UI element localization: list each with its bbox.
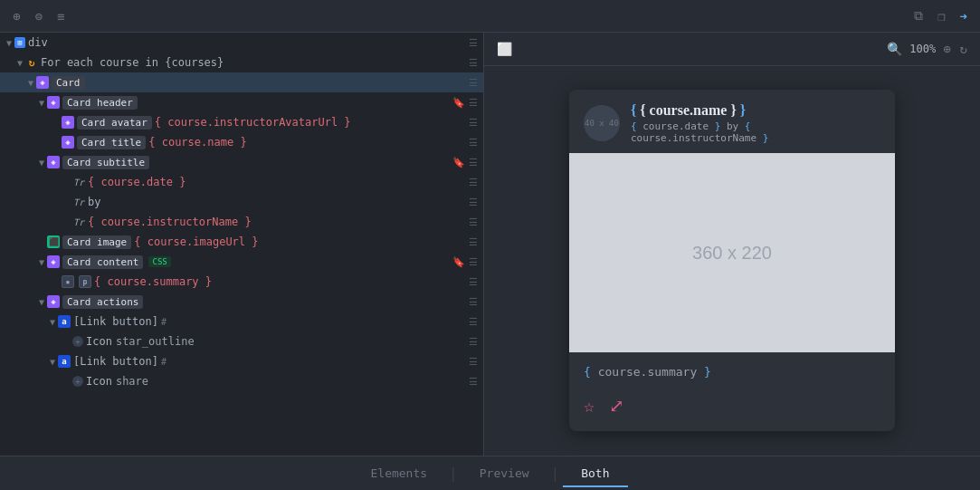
row-actions: ☰: [469, 177, 478, 188]
expand-arrow[interactable]: [25, 78, 36, 88]
copy-icon[interactable]: ❐: [934, 7, 948, 25]
a-icon: a: [58, 315, 71, 328]
text-node-icon: Tr: [72, 176, 85, 188]
expand-arrow[interactable]: [47, 317, 58, 327]
row-menu-icon[interactable]: ☰: [469, 276, 478, 288]
comp-icon: ◈: [36, 76, 49, 89]
expand-arrow[interactable]: [36, 98, 47, 108]
row-menu-icon[interactable]: ☰: [469, 236, 478, 248]
tree-row-instructor-text[interactable]: Tr { course.instructorName } ☰: [0, 212, 483, 232]
sliders-icon[interactable]: ⊜: [31, 7, 45, 25]
row-menu-icon[interactable]: ☰: [469, 57, 478, 69]
tree-row-card-actions[interactable]: ◈ Card actions ☰: [0, 292, 483, 312]
tab-preview[interactable]: Preview: [461, 459, 547, 487]
expand-arrow[interactable]: [36, 257, 47, 267]
tree-row-date-text[interactable]: Tr { course.date } ☰: [0, 172, 483, 192]
row-menu-icon[interactable]: ☰: [469, 197, 478, 208]
tree-row-by-text[interactable]: Tr by ☰: [0, 192, 483, 212]
row-menu-icon[interactable]: ☰: [469, 296, 478, 308]
share-action-icon[interactable]: ⤢: [609, 395, 624, 417]
expand-arrow[interactable]: [36, 297, 47, 307]
tree-row-link-btn-1[interactable]: a [Link button] # ☰: [0, 312, 483, 331]
bookmark-icon[interactable]: 🔖: [452, 157, 465, 168]
tree-row-link-btn-2[interactable]: a [Link button] # ☰: [0, 351, 483, 371]
tab-elements[interactable]: Elements: [352, 459, 445, 487]
row-menu-icon[interactable]: ☰: [469, 77, 478, 89]
bookmark-icon[interactable]: 🔖: [452, 256, 465, 268]
expand-arrow[interactable]: [36, 158, 47, 168]
align-icon[interactable]: ≡: [53, 7, 68, 25]
tree-row-card-header[interactable]: ◈ Card header 🔖 ☰: [0, 92, 483, 112]
comp-icon: ◈: [62, 136, 74, 149]
star-action-icon[interactable]: ☆: [584, 395, 595, 417]
tab-both[interactable]: Both: [563, 459, 627, 487]
row-menu-icon[interactable]: ☰: [469, 216, 478, 228]
tree-row-share-icon[interactable]: + Icon share ☰: [0, 371, 483, 391]
row-menu-icon[interactable]: ☰: [469, 376, 478, 388]
arrow-right-icon[interactable]: ➜: [956, 7, 971, 25]
top-toolbar: ⊕ ⊜ ≡ ⧉ ❐ ➜: [0, 0, 980, 33]
avatar-preview: 40 x 40: [584, 105, 620, 141]
bookmark-icon[interactable]: 🔖: [452, 97, 465, 109]
avatar-size-label: 40 x 40: [585, 119, 619, 128]
row-actions: ☰: [469, 77, 478, 89]
tree-row-card-content[interactable]: ◈ Card content CSS 🔖 ☰: [0, 252, 483, 272]
comp-icon: ◈: [47, 96, 60, 109]
row-actions: ☰: [469, 57, 478, 69]
tree-row-div[interactable]: div ☰: [0, 33, 483, 53]
row-actions: ☰: [469, 336, 478, 348]
row-menu-icon[interactable]: ☰: [469, 336, 478, 348]
row-menu-icon[interactable]: ☰: [469, 157, 478, 168]
duplicate-icon[interactable]: ⧉: [910, 6, 927, 25]
comp-icon: ◈: [47, 295, 60, 308]
row-menu-icon[interactable]: ☰: [469, 37, 478, 49]
tree-row-summary[interactable]: ▪ p { course.summary } ☰: [0, 272, 483, 292]
block-icon: ▪: [62, 275, 74, 288]
tree-row-card[interactable]: ◈ Card ☰: [0, 72, 483, 92]
card-subtitle-preview: { course.date } by { course.instructorNa…: [631, 120, 880, 144]
row-actions: ☰: [469, 37, 478, 49]
tree-row-card-avatar[interactable]: ◈ Card avatar { course.instructorAvatarU…: [0, 112, 483, 132]
a-icon: a: [58, 355, 71, 368]
card-name-preview: { { course.name } }: [631, 102, 880, 119]
preview-tools-right: 🔍 100% ⊕ ↻: [885, 40, 969, 58]
card-tag: Card: [52, 76, 85, 90]
icon-label-share: Icon: [86, 375, 112, 388]
row-menu-icon[interactable]: ☰: [469, 177, 478, 188]
tree-row-card-image[interactable]: ⬛ Card image { course.imageUrl } ☰: [0, 232, 483, 252]
expand-arrow[interactable]: [47, 357, 58, 367]
row-menu-icon[interactable]: ☰: [469, 137, 478, 149]
tree-row-star-icon[interactable]: + Icon star_outline ☰: [0, 331, 483, 351]
zoom-in-icon[interactable]: ⊕: [941, 40, 952, 58]
row-menu-icon[interactable]: ☰: [469, 316, 478, 328]
by-label: by: [88, 196, 100, 208]
row-menu-icon[interactable]: ☰: [469, 117, 478, 129]
adjust-icon[interactable]: ⊕: [9, 7, 24, 25]
card-subtitle-tag: Card subtitle: [62, 156, 149, 169]
tree-row-card-subtitle[interactable]: ◈ Card subtitle 🔖 ☰: [0, 152, 483, 172]
icon-label-star: Icon: [86, 335, 112, 348]
hash-label-2: #: [161, 357, 167, 367]
card-actions-preview: ☆ ⤢: [569, 388, 895, 431]
card-actions-tag: Card actions: [62, 295, 143, 309]
expand-arrow[interactable]: [14, 58, 25, 68]
row-actions: 🔖 ☰: [452, 97, 478, 109]
zoom-out-icon[interactable]: 🔍: [885, 40, 904, 58]
card-header-preview: 40 x 40 { { course.name } } { course.dat…: [569, 90, 895, 153]
comp-icon: ◈: [47, 255, 60, 268]
tree-row-card-title[interactable]: ◈ Card title { course.name } ☰: [0, 132, 483, 152]
expand-arrow[interactable]: [4, 38, 14, 48]
row-menu-icon[interactable]: ☰: [469, 256, 478, 268]
row-actions: 🔖 ☰: [452, 157, 478, 168]
row-menu-icon[interactable]: ☰: [469, 97, 478, 109]
card-preview: 40 x 40 { { course.name } } { course.dat…: [569, 90, 895, 431]
card-title-area: { { course.name } } { course.date } by {…: [631, 102, 880, 144]
tree-row-loop[interactable]: ↻ For each course in {courses} ☰: [0, 53, 483, 72]
row-actions: ☰: [469, 117, 478, 129]
refresh-icon[interactable]: ↻: [958, 40, 969, 58]
image-size-label: 360 x 220: [692, 243, 772, 264]
row-menu-icon[interactable]: ☰: [469, 356, 478, 368]
link-label: [Link button]: [73, 315, 158, 328]
plus-circle-icon: +: [72, 336, 83, 347]
frame-icon[interactable]: ⬜: [495, 40, 514, 58]
